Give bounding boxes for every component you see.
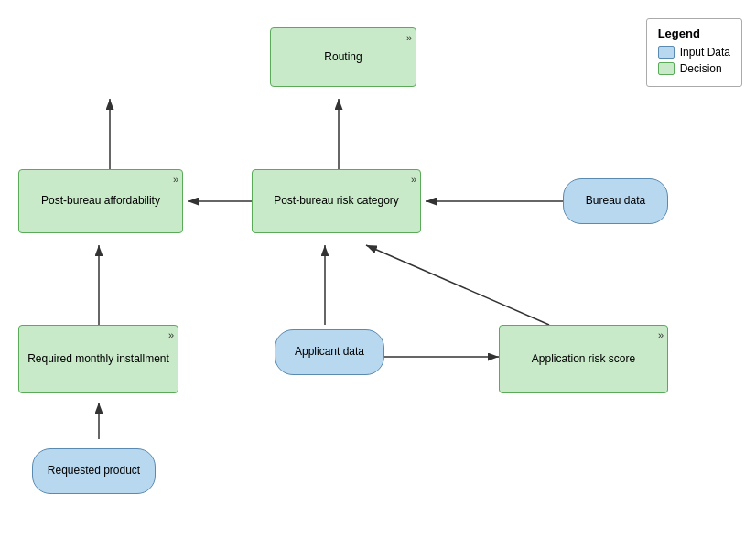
routing-icon: » xyxy=(406,32,412,43)
application-risk-score-label: Application risk score xyxy=(524,349,643,371)
post-bureau-risk-category-label: Post-bureau risk category xyxy=(266,190,406,212)
application-risk-score-icon: » xyxy=(658,329,664,340)
routing-node[interactable]: Routing » xyxy=(270,27,416,87)
legend: Legend Input Data Decision xyxy=(646,18,742,87)
routing-label: Routing xyxy=(317,47,369,69)
legend-input-label: Input Data xyxy=(680,46,730,59)
legend-decision-color xyxy=(658,62,675,75)
legend-decision-label: Decision xyxy=(680,62,722,75)
post-bureau-risk-category-icon: » xyxy=(411,174,416,185)
required-monthly-installment-label: Required monthly installment xyxy=(20,349,177,371)
required-monthly-installment-icon: » xyxy=(168,329,174,340)
application-risk-score-node[interactable]: Application risk score » xyxy=(499,325,668,393)
legend-input-item: Input Data xyxy=(658,46,730,59)
post-bureau-risk-category-node[interactable]: Post-bureau risk category » xyxy=(252,169,421,233)
legend-decision-item: Decision xyxy=(658,62,730,75)
bureau-data-label: Bureau data xyxy=(578,190,653,212)
requested-product-label: Requested product xyxy=(40,460,147,482)
diagram-container: Routing » Post-bureau affordability » Po… xyxy=(0,0,756,548)
post-bureau-affordability-label: Post-bureau affordability xyxy=(34,190,167,212)
post-bureau-affordability-icon: » xyxy=(173,174,178,185)
bureau-data-node[interactable]: Bureau data xyxy=(563,178,668,224)
applicant-data-label: Applicant data xyxy=(287,341,372,363)
svg-line-9 xyxy=(366,245,549,325)
required-monthly-installment-node[interactable]: Required monthly installment » xyxy=(18,325,178,393)
applicant-data-node[interactable]: Applicant data xyxy=(275,329,384,375)
post-bureau-affordability-node[interactable]: Post-bureau affordability » xyxy=(18,169,183,233)
legend-title: Legend xyxy=(658,27,730,40)
requested-product-node[interactable]: Requested product xyxy=(32,448,156,494)
legend-input-color xyxy=(658,46,675,59)
